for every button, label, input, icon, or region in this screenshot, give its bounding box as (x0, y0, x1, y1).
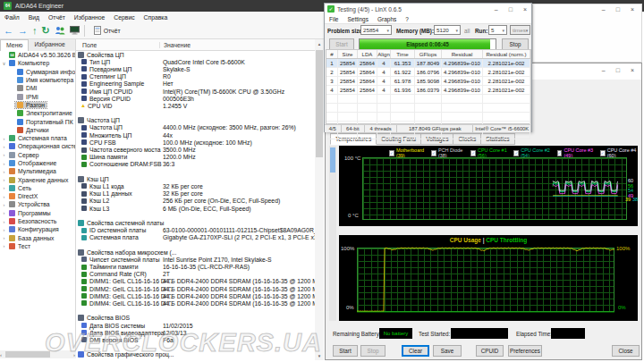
all-link[interactable]: all (464, 28, 470, 34)
property-row[interactable]: CPU FSB100.0 MHz (исходное: 100 MHz) (76, 139, 315, 146)
tree-item[interactable]: Электропитание (0, 109, 75, 117)
property-row[interactable]: Множитель ЦП44x (76, 131, 315, 139)
tree-item[interactable]: ∨Компьютер (0, 59, 75, 67)
save-button[interactable]: Save (433, 345, 462, 357)
start-button[interactable]: Start (333, 345, 358, 357)
up-icon[interactable]: ↑ (32, 26, 38, 36)
linx-menu-item-4[interactable]: ? (401, 16, 413, 22)
tree-expander-icon[interactable]: › (1, 194, 7, 199)
refresh-icon[interactable]: ↻ (42, 26, 50, 36)
close-icon[interactable]: × (523, 6, 527, 13)
graphs-vscrollbar[interactable] (329, 146, 336, 321)
property-row[interactable]: ▲CPU VID1.2455 V (76, 102, 315, 109)
tree-item[interactable]: ›Устройства (0, 200, 75, 208)
tree-expander-icon[interactable]: › (1, 219, 7, 224)
tree-expander-icon[interactable]: › (1, 235, 7, 240)
tree-expander-icon[interactable]: › (1, 169, 7, 174)
problem-size-select[interactable]: 25854 ▾ (360, 25, 392, 35)
tree-expander-icon[interactable]: › (1, 185, 7, 190)
tree-item[interactable]: 64AIDA64 v5.50.3626 Beta (0, 51, 75, 59)
properties-vscrollbar[interactable]: ▴ ▾ (315, 39, 324, 360)
tree-item[interactable]: ›Тест (0, 242, 75, 250)
menu-item-1[interactable]: Файл (0, 14, 24, 21)
tree-item[interactable]: Суммарная информация (0, 68, 75, 76)
scroll-down-icon[interactable]: ▾ (315, 353, 324, 358)
menu-item-4[interactable]: Избранное (70, 14, 109, 21)
tree-item[interactable]: ›Операционная система (0, 142, 75, 150)
tree-item[interactable]: Датчики (0, 126, 75, 134)
scroll-right-icon[interactable]: › (73, 352, 75, 358)
tree-item[interactable]: ›Безопасность (0, 217, 75, 225)
maximize-icon[interactable]: □ (616, 67, 620, 73)
tree-item[interactable]: ›Отображение (0, 159, 75, 167)
menu-item-3[interactable]: Отчёт (44, 14, 70, 21)
vscroll-thumb[interactable] (316, 50, 323, 157)
tree-item[interactable]: ›Сеть (0, 184, 75, 192)
vscroll-thumb[interactable] (330, 147, 335, 173)
close-icon[interactable]: × (631, 6, 634, 13)
users-icon[interactable] (55, 22, 65, 38)
tree-item[interactable]: Разгон (0, 101, 75, 109)
tree-expander-icon[interactable]: › (1, 144, 7, 149)
linx-menu-item-2[interactable]: Settings (343, 16, 373, 22)
property-row[interactable]: Engineering SampleНет (76, 80, 315, 88)
minimize-icon[interactable]: – (602, 67, 606, 73)
property-row[interactable]: Кэш L1 кода32 КБ per core (76, 182, 315, 189)
property-row[interactable]: Имя ЦП CPUIDIntel(R) Core(TM) i5-6600K C… (76, 88, 315, 95)
clear-button[interactable]: Clear (402, 345, 429, 357)
tree-expander-icon[interactable]: › (1, 161, 7, 166)
memory-select[interactable]: 5120 ▾ (434, 25, 461, 35)
tree-item[interactable]: ›Программы (0, 209, 75, 217)
scroll-up-icon[interactable]: ▴ (315, 41, 324, 46)
column-field[interactable]: Поле (82, 42, 97, 48)
close-button[interactable]: Close (612, 345, 640, 357)
linx-menu-item-1[interactable]: File (325, 16, 343, 22)
linx-menu-item-3[interactable]: Graphs (373, 16, 401, 22)
tree-item[interactable]: DMI (0, 84, 75, 92)
property-row[interactable]: Псевдоним ЦПSkylake-S (76, 65, 315, 72)
tree-item[interactable]: IPMI (0, 92, 75, 100)
tree-item[interactable]: Портативный ПК (0, 117, 75, 125)
tree-expander-icon[interactable]: › (1, 177, 7, 182)
property-row[interactable]: DIMM2: GeIL CL16-16-16 D4...4 ГБ DDR4-24… (76, 285, 315, 292)
property-row[interactable]: Command Rate (CR)2T (76, 271, 315, 278)
menu-item-6[interactable]: Справка (140, 14, 173, 21)
property-row[interactable]: Степпинг ЦПR0 (76, 73, 315, 80)
cpuid-button[interactable]: CPUID (476, 345, 504, 357)
table-row[interactable]: 22585425864461.922186.07964.296839e-0102… (326, 68, 530, 77)
menu-item-5[interactable]: Сервис (109, 14, 139, 21)
maximize-icon[interactable]: □ (616, 6, 620, 13)
tree-item[interactable]: Имя компьютера (0, 76, 75, 84)
property-row[interactable]: Тайминги памяти16-16-16-35 (CL-RCD-RP-RA… (76, 263, 315, 270)
property-row[interactable]: Кэш L36 МБ (On-Die, ECC, Full-Speed) (76, 205, 315, 212)
tree-item[interactable]: ›База данных (0, 234, 75, 242)
tree-item[interactable]: ›Сервер (0, 151, 75, 159)
tree-expander-icon[interactable]: › (1, 210, 7, 215)
hscroll-thumb[interactable] (5, 351, 50, 358)
tree-expander-icon[interactable]: › (1, 136, 7, 141)
run-select[interactable]: 5 ▾ (488, 25, 507, 35)
tab-favorites[interactable]: Избранное (29, 39, 70, 51)
maximize-icon[interactable]: □ (509, 6, 513, 13)
back-icon[interactable]: ← (4, 26, 13, 36)
property-row[interactable]: Шина памяти1200.0 MHz (76, 154, 315, 161)
property-row[interactable]: Чипсет системной платыIntel Sunrise Poin… (76, 256, 315, 263)
tree-expander-icon[interactable]: › (1, 227, 7, 232)
tab-menu[interactable]: Меню (0, 39, 29, 51)
property-row[interactable]: DIMM4: GeIL CL16-16-16 D4...4 ГБ DDR4-24… (76, 299, 315, 307)
column-value[interactable]: Значение (159, 42, 191, 48)
tree-item[interactable]: ›Хранение данных (0, 175, 75, 183)
tree-expander-icon[interactable]: ∨ (1, 61, 7, 66)
property-row[interactable]: Дата BIOS видеоадаптера12/03/13 (76, 329, 315, 336)
table-row[interactable]: 42585425864461.936186.03794.296839e-0102… (326, 86, 530, 95)
property-row[interactable]: Системная платаGigabyte GA-Z170XP-SLI (2… (76, 234, 315, 241)
sidebar-hscrollbar[interactable]: ‹ › (0, 350, 76, 358)
property-row[interactable]: DMI версия BIOSF6a (76, 336, 315, 343)
close-icon[interactable]: × (631, 67, 634, 73)
property-row[interactable]: Кэш L1 данных32 КБ per core (76, 190, 315, 198)
tree-item[interactable]: ›DirectX (0, 192, 75, 200)
property-row[interactable]: ID системной платы63-0100-000001-0010111… (76, 227, 315, 234)
property-row[interactable]: Частота ЦП4400.0 MHz (исходное: 3500 MHz… (76, 124, 315, 131)
preferences-button[interactable]: Preferences (508, 345, 542, 357)
minimize-icon[interactable]: – (602, 6, 606, 13)
